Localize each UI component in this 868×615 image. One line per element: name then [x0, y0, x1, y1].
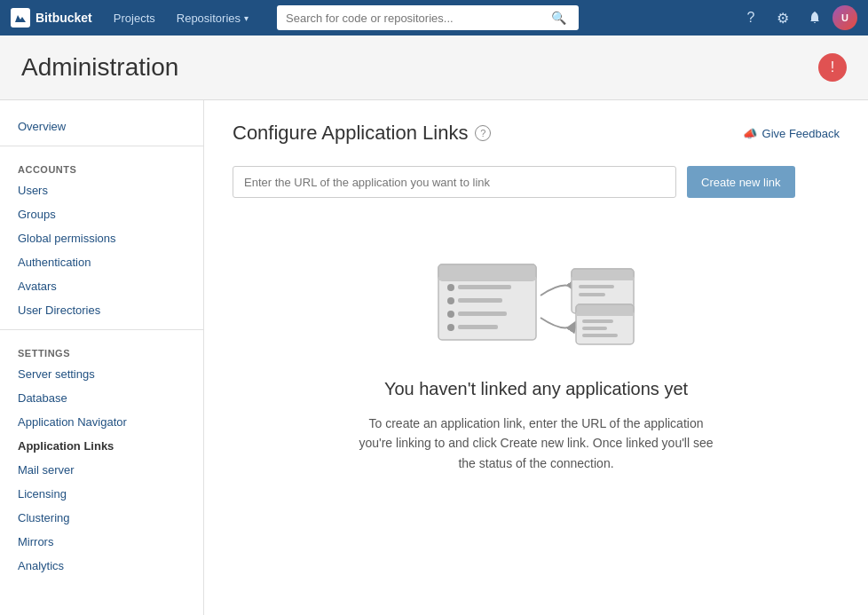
sidebar-item-overview[interactable]: Overview: [0, 114, 203, 138]
svg-rect-6: [458, 298, 502, 303]
alert-icon: !: [818, 53, 847, 82]
main-layout: Overview ACCOUNTS Users Groups Global pe…: [0, 100, 868, 615]
empty-state-heading: You haven't linked any applications yet: [250, 379, 822, 399]
svg-rect-18: [576, 312, 634, 316]
sidebar-item-authentication[interactable]: Authentication: [0, 250, 203, 274]
svg-rect-21: [582, 334, 618, 337]
empty-state-illustration: [421, 251, 651, 358]
search-icon-button[interactable]: 🔍: [551, 11, 566, 25]
sidebar-item-mirrors[interactable]: Mirrors: [0, 530, 203, 554]
settings-icon-button[interactable]: ⚙: [769, 4, 797, 32]
sidebar-item-server-settings[interactable]: Server settings: [0, 362, 203, 386]
search-bar: 🔍: [270, 5, 572, 30]
svg-rect-10: [458, 325, 498, 329]
svg-rect-14: [579, 285, 614, 288]
sidebar-item-global-permissions[interactable]: Global permissions: [0, 226, 203, 250]
logo-icon: [11, 8, 30, 28]
give-feedback-link[interactable]: 📣 Give Feedback: [743, 127, 840, 140]
page-title: Administration: [21, 53, 178, 82]
nav-link-repositories[interactable]: Repositories ▾: [170, 0, 256, 35]
sidebar-item-application-navigator[interactable]: Application Navigator: [0, 410, 203, 434]
sidebar-item-groups[interactable]: Groups: [0, 202, 203, 226]
sidebar-item-licensing[interactable]: Licensing: [0, 482, 203, 506]
nav-link-projects[interactable]: Projects: [107, 0, 162, 35]
logo[interactable]: Bitbucket: [11, 8, 92, 28]
help-icon-button[interactable]: ?: [737, 4, 765, 32]
sidebar-item-analytics[interactable]: Analytics: [0, 554, 203, 578]
svg-rect-4: [458, 285, 511, 289]
svg-point-5: [447, 297, 454, 304]
page-header: Administration !: [0, 35, 868, 100]
svg-rect-2: [438, 277, 536, 280]
empty-state-description: To create an application link, enter the…: [359, 414, 714, 473]
svg-rect-8: [458, 311, 507, 316]
content-title-text: Configure Application Links: [233, 122, 468, 145]
svg-rect-19: [582, 319, 613, 323]
topnav-icon-group: ? ⚙ U: [737, 4, 857, 32]
svg-rect-20: [582, 327, 607, 330]
avatar-initials: U: [841, 12, 848, 23]
svg-point-7: [447, 311, 454, 318]
notifications-icon-button[interactable]: [801, 4, 829, 32]
svg-rect-13: [572, 277, 634, 280]
svg-rect-15: [579, 293, 605, 296]
sidebar-item-database[interactable]: Database: [0, 386, 203, 410]
svg-point-9: [447, 324, 454, 331]
search-input[interactable]: [277, 5, 579, 30]
content-header: Configure Application Links ? 📣 Give Fee…: [233, 122, 840, 145]
url-input[interactable]: [233, 166, 676, 198]
help-icon[interactable]: ?: [475, 125, 491, 141]
sidebar-item-avatars[interactable]: Avatars: [0, 274, 203, 298]
feedback-label: Give Feedback: [762, 127, 840, 140]
main-content: Configure Application Links ? 📣 Give Fee…: [204, 100, 868, 615]
sidebar-item-user-directories[interactable]: User Directories: [0, 298, 203, 322]
user-avatar[interactable]: U: [832, 5, 857, 30]
sidebar-section-accounts: ACCOUNTS: [0, 154, 203, 178]
content-title-group: Configure Application Links ?: [233, 122, 491, 145]
sidebar-item-mail-server[interactable]: Mail server: [0, 458, 203, 482]
logo-text: Bitbucket: [36, 11, 92, 25]
feedback-icon: 📣: [743, 127, 757, 140]
chevron-down-icon: ▾: [244, 13, 249, 23]
sidebar-item-clustering[interactable]: Clustering: [0, 506, 203, 530]
svg-point-3: [447, 284, 454, 291]
sidebar: Overview ACCOUNTS Users Groups Global pe…: [0, 100, 204, 615]
sidebar-item-application-links[interactable]: Application Links: [0, 434, 203, 458]
empty-state: You haven't linked any applications yet …: [233, 233, 840, 491]
sidebar-section-settings: SETTINGS: [0, 337, 203, 362]
url-input-row: Create new link: [233, 166, 840, 198]
top-navigation: Bitbucket Projects Repositories ▾ 🔍 ? ⚙ …: [0, 0, 868, 35]
create-new-link-button[interactable]: Create new link: [687, 166, 795, 198]
sidebar-item-users[interactable]: Users: [0, 178, 203, 202]
